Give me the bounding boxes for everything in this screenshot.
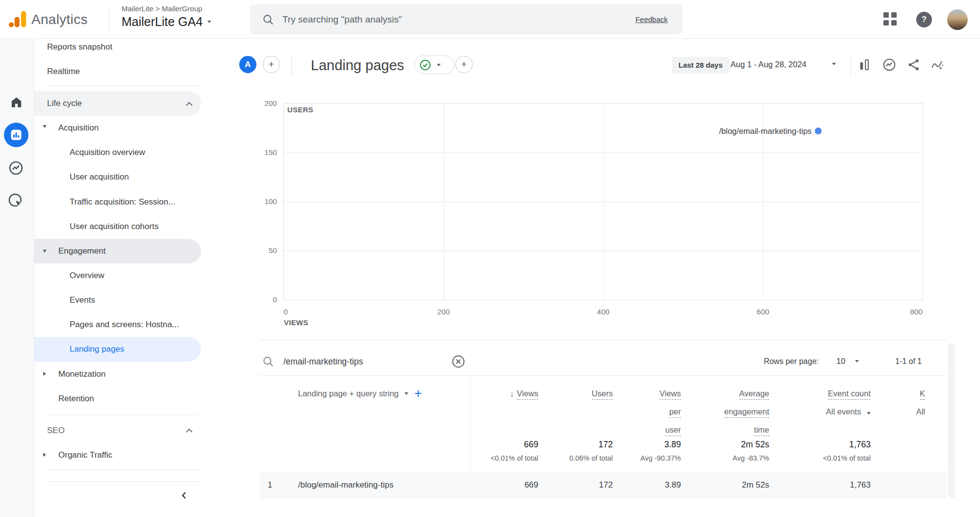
dimension-column-header[interactable]: Landing page + query string + (298, 385, 422, 403)
sidebar-item-user-acquisition-cohorts[interactable]: User acquisition cohorts (70, 222, 158, 232)
sidebar-item-retention[interactable]: Retention (58, 394, 94, 404)
top-bar: Analytics MailerLite > MailerGroup Maile… (0, 0, 980, 39)
table-filter-input[interactable] (283, 354, 445, 369)
feedback-link[interactable]: Feedback (635, 15, 668, 24)
sidebar-item-engagement[interactable]: Engagement (34, 239, 201, 263)
sidebar-item-reports-snapshot[interactable]: Reports snapshot (47, 42, 112, 52)
scatter-point-label: /blog/email-marketing-tips (719, 127, 812, 136)
row-landing-page: /blog/email-marketing-tips (298, 480, 394, 491)
report-variant-badge[interactable]: A (239, 56, 256, 73)
total-views-per-user: 3.89 Avg -90.37% (640, 438, 681, 465)
sort-descending-icon: ↓ (510, 389, 514, 398)
expand-arrow-icon[interactable] (43, 453, 46, 457)
explore-icon[interactable] (8, 160, 24, 176)
table-search-icon (262, 355, 275, 368)
y-tick-label: 150 (264, 148, 277, 157)
column-header-views[interactable]: ↓Views (510, 385, 538, 403)
compare-bars-icon[interactable] (857, 57, 872, 72)
add-dimension-button[interactable]: + (414, 385, 422, 403)
add-report-tab-button[interactable]: + (455, 56, 473, 73)
ga4-window: Analytics MailerLite > MailerGroup Maile… (0, 0, 980, 517)
sidebar-item-acquisition[interactable]: Acquisition (58, 123, 99, 133)
y-tick-label: 200 (264, 99, 277, 108)
home-icon[interactable] (10, 96, 23, 109)
property-selector[interactable]: MailerLite GA4 (122, 15, 211, 29)
total-event-count: 1,763 <0.01% of total (823, 438, 871, 465)
rows-per-page-value[interactable]: 10 (836, 357, 845, 366)
sidebar-item-user-acquisition[interactable]: User acquisition (70, 172, 129, 182)
property-name: MailerLite GA4 (122, 15, 202, 29)
date-range-selector[interactable]: Aug 1 - Aug 28, 2024 (730, 60, 806, 69)
analytics-logo-icon[interactable] (7, 8, 28, 30)
sidebar-section-life-cycle[interactable]: Life cycle (34, 91, 201, 116)
y-tick-label: 0 (273, 295, 277, 304)
sidebar-item-events[interactable]: Events (70, 295, 95, 305)
row-users: 172 (599, 480, 613, 491)
column-header-users[interactable]: Users (592, 385, 613, 403)
y-gridline (284, 153, 923, 153)
expand-arrow-icon[interactable] (43, 372, 46, 376)
column-header-key-events[interactable]: K All (916, 385, 925, 421)
global-search-input[interactable] (282, 14, 557, 25)
global-search-bar[interactable]: Feedback (250, 4, 682, 34)
chevron-down-icon (437, 64, 441, 66)
chevron-down-icon[interactable] (855, 360, 859, 362)
breadcrumb: MailerLite > MailerGroup (122, 4, 202, 13)
left-icon-rail (0, 39, 34, 517)
reports-nav-icon[interactable] (4, 123, 28, 147)
y-tick-label: 50 (269, 246, 277, 255)
filter-row-divider (260, 375, 946, 376)
row-index: 1 (268, 480, 272, 491)
x-tick-label: 0 (283, 308, 288, 316)
topbar-divider (109, 7, 109, 31)
total-views: 669 <0.01% of total (491, 438, 538, 465)
row-event-count: 1,763 (850, 480, 871, 491)
x-axis-title: VIEWS (284, 318, 308, 327)
share-icon[interactable] (906, 57, 921, 72)
chevron-up-icon (185, 102, 193, 106)
sidebar-divider (47, 481, 200, 482)
search-icon (262, 13, 275, 26)
scatter-point[interactable] (815, 128, 822, 134)
sidebar-section-seo[interactable]: SEO (47, 426, 65, 436)
sparkline-insights-icon[interactable] (930, 57, 945, 72)
sidebar-item-organic-traffic[interactable]: Organic Traffic (58, 450, 112, 460)
chevron-down-icon[interactable] (832, 63, 836, 65)
x-tick-label: 600 (756, 308, 769, 316)
row-views-per-user: 3.89 (665, 480, 681, 491)
scatter-chart: USERS VIEWS 0200400600800050100150200/bl… (283, 103, 923, 300)
chevron-up-icon[interactable] (185, 428, 193, 433)
collapse-arrow-icon[interactable] (43, 125, 47, 128)
table-scrollbar[interactable] (948, 343, 955, 498)
advertising-icon[interactable] (7, 192, 24, 209)
total-users: 172 0.06% of total (569, 438, 613, 465)
column-header-avg-engagement-time[interactable]: Average engagement time (724, 385, 769, 439)
column-header-event-count[interactable]: Event count All events (826, 385, 871, 421)
apps-grid-icon[interactable] (883, 12, 897, 26)
add-comparison-button[interactable]: + (263, 56, 280, 73)
row-avg-engagement-time: 2m 52s (742, 480, 769, 491)
section-divider (260, 339, 946, 340)
collapse-sidebar-icon[interactable] (179, 490, 190, 501)
sidebar-item-landing-pages-selected[interactable]: Landing pages (34, 337, 201, 362)
reports-sidebar: Reports snapshot Realtime Life cycle Acq… (34, 39, 201, 517)
sidebar-item-acquisition-overview[interactable]: Acquisition overview (70, 148, 145, 157)
sidebar-item-monetization[interactable]: Monetization (58, 369, 105, 379)
user-avatar[interactable] (947, 9, 968, 30)
sidebar-item-traffic-acquisition[interactable]: Traffic acquisition: Session... (70, 197, 175, 207)
column-header-views-per-user[interactable]: Views per user (659, 385, 681, 439)
brand-name: Analytics (31, 12, 88, 27)
sidebar-item-pages-and-screens[interactable]: Pages and screens: Hostna... (70, 320, 179, 330)
insights-icon[interactable] (882, 57, 897, 72)
sidebar-divider (47, 414, 200, 415)
rows-per-page-label: Rows per page: (764, 357, 819, 366)
page-title: Landing pages (311, 57, 404, 74)
chevron-down-icon[interactable] (867, 412, 871, 414)
clear-filter-icon[interactable] (451, 354, 466, 369)
report-status-dropdown[interactable] (414, 55, 454, 74)
sidebar-item-realtime[interactable]: Realtime (47, 67, 80, 77)
help-icon[interactable]: ? (916, 12, 932, 27)
x-tick-label: 200 (437, 308, 450, 316)
check-circle-icon (419, 59, 431, 71)
sidebar-item-overview[interactable]: Overview (70, 271, 104, 281)
